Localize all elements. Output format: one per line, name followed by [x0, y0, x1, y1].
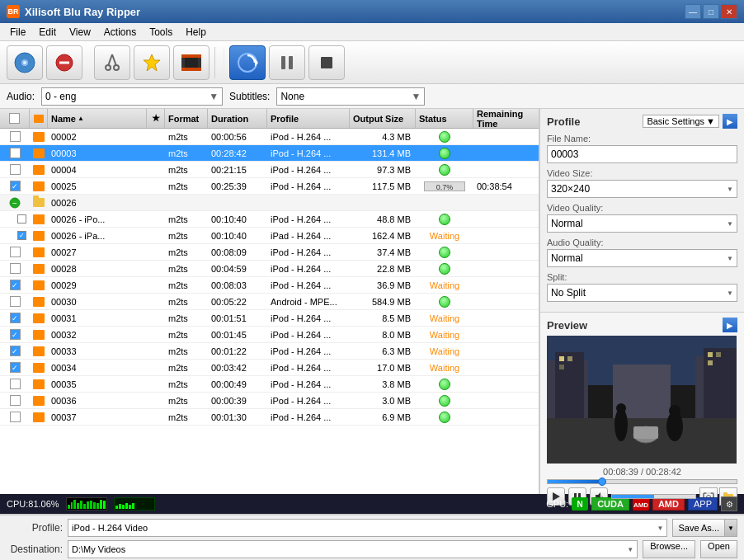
table-row[interactable]: 00003 m2ts 00:28:42 iPod - H.264 ... 131…	[0, 145, 539, 162]
table-row[interactable]: 00028 m2ts 00:04:59 iPod - H.264 ... 22.…	[0, 261, 539, 277]
row-check[interactable]	[0, 181, 30, 191]
pause-button[interactable]	[269, 45, 305, 80]
table-row[interactable]: 00037 m2ts 00:01:30 iPod - H.264 ... 6.9…	[0, 409, 539, 426]
progress-thumb[interactable]	[598, 478, 606, 486]
row-checkbox[interactable]	[10, 379, 21, 389]
row-check[interactable]	[0, 329, 30, 340]
row-checkbox[interactable]	[10, 263, 21, 274]
row-check[interactable]	[0, 247, 30, 257]
table-row[interactable]: 00031 m2ts 00:01:51 iPod - H.264 ... 8.5…	[0, 310, 539, 327]
menu-actions[interactable]: Actions	[97, 25, 143, 40]
row-checkbox[interactable]	[17, 214, 26, 224]
table-row[interactable]: − 00026	[0, 195, 539, 211]
maximize-button[interactable]: □	[703, 4, 719, 19]
header-name[interactable]: Name ▲	[48, 109, 147, 128]
row-check[interactable]: −	[0, 197, 30, 209]
audioquality-combo[interactable]: Normal ▼	[547, 249, 737, 267]
table-row[interactable]: 00035 m2ts 00:00:49 iPod - H.264 ... 3.8…	[0, 376, 539, 393]
cuda-button[interactable]: CUDA	[591, 497, 629, 511]
amd-button[interactable]: AMD	[652, 497, 685, 511]
row-check[interactable]	[0, 412, 30, 422]
filelist-scroll[interactable]: 00002 m2ts 00:00:56 iPod - H.264 ... 4.3…	[0, 129, 539, 494]
effects-button[interactable]	[134, 45, 170, 80]
volume-slider[interactable]	[611, 494, 696, 499]
select-all-checkbox[interactable]	[9, 113, 20, 124]
row-check[interactable]	[0, 263, 30, 274]
header-check[interactable]	[0, 109, 30, 128]
header-status[interactable]: Status	[416, 109, 473, 128]
basic-settings-combo[interactable]: Basic Settings ▼	[643, 115, 719, 128]
row-checkbox[interactable]	[10, 296, 21, 307]
table-row[interactable]: 00029 m2ts 00:08:03 iPod - H.264 ... 36.…	[0, 277, 539, 294]
open-button[interactable]: Open	[700, 540, 737, 558]
menu-file[interactable]: File	[3, 25, 32, 40]
cut-button[interactable]	[94, 45, 130, 80]
audio-combo[interactable]: 0 - eng ▼	[41, 87, 223, 106]
row-checkbox[interactable]	[10, 280, 21, 290]
app-button[interactable]: APP	[688, 497, 718, 511]
table-row[interactable]: 00026 - iPa... m2ts 00:10:40 iPad - H.26…	[0, 228, 539, 244]
table-row[interactable]: 00036 m2ts 00:00:39 iPod - H.264 ... 3.0…	[0, 393, 539, 409]
row-checkbox[interactable]	[10, 313, 21, 323]
table-row[interactable]: 00030 m2ts 00:05:22 Android - MPE... 584…	[0, 294, 539, 310]
header-star[interactable]: ★	[147, 109, 165, 128]
menu-help[interactable]: Help	[179, 25, 213, 40]
subtitle-combo[interactable]: None ▼	[276, 87, 425, 106]
row-check[interactable]	[0, 362, 30, 373]
header-profile[interactable]: Profile	[267, 109, 350, 128]
clip-button[interactable]	[173, 45, 210, 80]
row-check[interactable]	[0, 231, 30, 240]
table-row[interactable]: 00025 m2ts 00:25:39 iPod - H.264 ... 117…	[0, 178, 539, 195]
convert-button[interactable]	[229, 45, 266, 80]
row-checkbox[interactable]	[10, 412, 21, 422]
row-checkbox[interactable]	[10, 362, 21, 373]
row-check[interactable]	[0, 379, 30, 389]
row-checkbox[interactable]	[10, 148, 21, 158]
close-button[interactable]: ✕	[721, 4, 737, 19]
videoquality-combo[interactable]: Normal ▼	[547, 214, 737, 233]
menu-view[interactable]: View	[63, 25, 97, 40]
remove-button[interactable]	[46, 45, 82, 80]
browse-button[interactable]: Browse...	[643, 540, 695, 558]
save-as-dropdown-button[interactable]: ▼	[724, 519, 737, 537]
row-check[interactable]	[0, 164, 30, 175]
row-check[interactable]	[0, 148, 30, 158]
row-checkbox[interactable]	[10, 329, 21, 340]
preview-progress-bar[interactable]	[547, 479, 737, 484]
videosize-combo[interactable]: 320×240 ▼	[547, 180, 737, 198]
row-checkbox[interactable]	[10, 131, 21, 142]
row-check[interactable]	[0, 395, 30, 406]
row-checkbox[interactable]	[10, 181, 21, 191]
preview-expand-button[interactable]: ▶	[723, 318, 737, 332]
dest-combo[interactable]: D:\My Videos ▼	[68, 540, 638, 558]
header-remaining[interactable]: Remaining Time	[473, 109, 539, 128]
header-duration[interactable]: Duration	[208, 109, 267, 128]
table-row[interactable]: 00033 m2ts 00:01:22 iPod - H.264 ... 6.3…	[0, 343, 539, 360]
row-check[interactable]	[0, 346, 30, 356]
menu-tools[interactable]: Tools	[143, 25, 179, 40]
profile-expand-button[interactable]: ▶	[723, 114, 737, 129]
stop-button[interactable]	[308, 45, 345, 80]
add-bluray-button[interactable]	[7, 45, 43, 80]
gpu-settings-button[interactable]: ⚙	[721, 496, 737, 511]
row-check[interactable]	[0, 313, 30, 323]
table-row[interactable]: 00004 m2ts 00:21:15 iPod - H.264 ... 97.…	[0, 162, 539, 178]
menu-edit[interactable]: Edit	[32, 25, 63, 40]
row-checkbox[interactable]	[17, 231, 26, 240]
row-check[interactable]	[0, 131, 30, 142]
row-checkbox[interactable]	[10, 395, 21, 406]
minimize-button[interactable]: —	[685, 4, 701, 19]
row-check[interactable]	[0, 296, 30, 307]
row-checkbox[interactable]	[10, 346, 21, 356]
table-row[interactable]: 00027 m2ts 00:08:09 iPod - H.264 ... 37.…	[0, 244, 539, 261]
row-checkbox[interactable]	[10, 247, 21, 257]
split-combo[interactable]: No Split ▼	[547, 284, 737, 302]
header-format[interactable]: Format	[165, 109, 208, 128]
row-check[interactable]	[0, 214, 30, 224]
table-row[interactable]: 00026 - iPo... m2ts 00:10:40 iPod - H.26…	[0, 211, 539, 228]
profile-bottom-combo[interactable]: iPod - H.264 Video ▼	[68, 519, 667, 537]
save-as-main-button[interactable]: Save As...	[672, 519, 724, 537]
row-check[interactable]	[0, 280, 30, 290]
table-row[interactable]: 00032 m2ts 00:01:45 iPod - H.264 ... 8.0…	[0, 327, 539, 343]
table-row[interactable]: 00034 m2ts 00:03:42 iPod - H.264 ... 17.…	[0, 360, 539, 376]
